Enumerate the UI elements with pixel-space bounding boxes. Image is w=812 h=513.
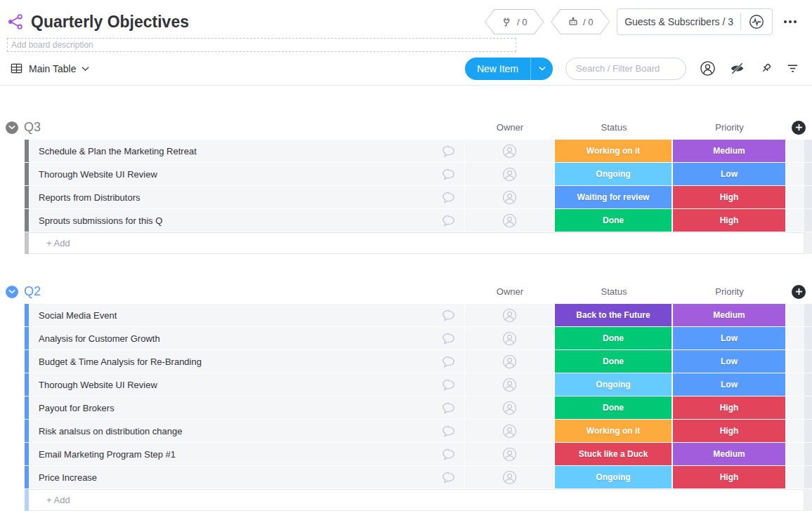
status-cell[interactable]: Working on it — [555, 420, 672, 442]
board-search[interactable] — [565, 58, 686, 80]
owner-cell[interactable] — [465, 186, 554, 208]
priority-cell[interactable]: High — [673, 397, 785, 419]
tab-main-table[interactable]: Main Table — [10, 62, 89, 75]
owner-cell[interactable] — [465, 327, 554, 349]
owner-cell[interactable] — [465, 397, 554, 419]
group-title[interactable]: Q3 — [24, 120, 41, 135]
item-name[interactable]: Sprouts submissions for this Q — [39, 215, 440, 226]
column-header-priority[interactable]: Priority — [673, 286, 786, 297]
status-cell[interactable]: Done — [555, 209, 672, 232]
add-item-row[interactable]: + Add — [25, 489, 812, 511]
status-cell[interactable]: Ongoing — [555, 373, 672, 396]
conversation-icon[interactable] — [440, 354, 464, 370]
collapse-group-icon[interactable] — [6, 121, 18, 134]
priority-cell[interactable]: Low — [673, 350, 785, 373]
status-cell[interactable]: Done — [555, 350, 672, 373]
share-icon[interactable] — [7, 13, 24, 30]
person-filter-icon[interactable] — [699, 60, 716, 77]
automations-badge[interactable]: / 0 — [551, 9, 610, 34]
priority-cell[interactable]: Medium — [673, 304, 785, 326]
owner-cell[interactable] — [465, 304, 554, 326]
status-cell[interactable]: Stuck like a Duck — [555, 443, 672, 465]
conversation-icon[interactable] — [440, 377, 464, 393]
item-name[interactable]: Schedule & Plan the Marketing Retreat — [39, 146, 440, 156]
item-name-cell[interactable]: Email Marketing Program Step #1 — [29, 443, 464, 465]
status-cell[interactable]: Done — [555, 327, 672, 349]
owner-cell[interactable] — [465, 420, 554, 442]
integrations-badge[interactable]: / 0 — [485, 9, 544, 34]
status-cell[interactable]: Ongoing — [555, 466, 672, 488]
priority-cell[interactable]: High — [673, 186, 785, 208]
conversation-icon[interactable] — [440, 166, 464, 182]
status-cell[interactable]: Back to the Future — [555, 304, 672, 326]
item-name-cell[interactable]: Risk analsus on distribution change — [29, 420, 464, 442]
priority-cell[interactable]: Medium — [673, 140, 785, 162]
add-item-label[interactable]: + Add — [46, 495, 70, 505]
item-name-cell[interactable]: Price Increase — [29, 466, 464, 488]
priority-cell[interactable]: High — [673, 466, 785, 488]
item-name[interactable]: Thorough Website UI Review — [39, 169, 440, 180]
priority-cell[interactable]: Medium — [673, 443, 785, 465]
priority-cell[interactable]: Low — [673, 163, 785, 185]
guests-subscribers-box[interactable]: Guests & Subscribers / 3 — [617, 8, 773, 35]
page-title[interactable]: Quarterly Objectives — [31, 13, 189, 32]
column-header-priority[interactable]: Priority — [673, 122, 786, 133]
item-name-cell[interactable]: Thorough Website UI Review — [29, 163, 464, 185]
status-cell[interactable]: Ongoing — [555, 163, 672, 185]
add-column-button[interactable] — [792, 285, 806, 299]
conversation-icon[interactable] — [440, 307, 464, 324]
new-item-button[interactable]: New Item — [465, 58, 553, 80]
item-name[interactable]: Price Increase — [39, 472, 440, 483]
priority-cell[interactable]: High — [673, 209, 785, 232]
conversation-icon[interactable] — [440, 423, 464, 439]
pin-icon[interactable] — [758, 61, 773, 76]
owner-cell[interactable] — [465, 140, 554, 162]
priority-cell[interactable]: Low — [673, 373, 785, 396]
item-name[interactable]: Risk analsus on distribution change — [39, 426, 440, 437]
more-options-icon[interactable] — [780, 20, 801, 23]
conversation-icon[interactable] — [440, 189, 464, 206]
item-name[interactable]: Thorough Website UI Review — [39, 380, 440, 390]
owner-cell[interactable] — [465, 350, 554, 373]
filter-icon[interactable] — [786, 62, 799, 75]
conversation-icon[interactable] — [440, 400, 464, 416]
new-item-label[interactable]: New Item — [465, 58, 530, 80]
column-header-status[interactable]: Status — [555, 122, 673, 133]
item-name[interactable]: Email Marketing Program Step #1 — [39, 449, 440, 460]
hidden-columns-icon[interactable] — [729, 60, 745, 76]
owner-cell[interactable] — [465, 209, 554, 232]
item-name-cell[interactable]: Reports from Distributors — [29, 186, 464, 208]
item-name[interactable]: Analysis for Customer Growth — [39, 333, 440, 344]
new-item-dropdown[interactable] — [530, 58, 553, 80]
item-name-cell[interactable]: Schedule & Plan the Marketing Retreat — [29, 140, 464, 162]
item-name-cell[interactable]: Payout for Brokers — [29, 397, 464, 419]
add-item-label[interactable]: + Add — [46, 238, 70, 248]
item-name[interactable]: Budget & Time Analysis for Re-Branding — [39, 357, 440, 367]
owner-cell[interactable] — [465, 373, 554, 396]
column-header-owner[interactable]: Owner — [465, 122, 555, 133]
board-description-input[interactable] — [11, 40, 512, 50]
group-title[interactable]: Q2 — [24, 284, 41, 299]
column-header-status[interactable]: Status — [555, 286, 673, 297]
conversation-icon[interactable] — [440, 469, 464, 486]
add-column-button[interactable] — [792, 121, 806, 135]
status-cell[interactable]: Waiting for review — [555, 186, 672, 208]
item-name[interactable]: Reports from Distributors — [39, 192, 440, 203]
collapse-group-icon[interactable] — [6, 286, 18, 298]
owner-cell[interactable] — [465, 163, 554, 185]
owner-cell[interactable] — [465, 466, 554, 488]
item-name[interactable]: Payout for Brokers — [39, 403, 440, 413]
item-name-cell[interactable]: Sprouts submissions for this Q — [29, 209, 464, 232]
status-cell[interactable]: Done — [555, 397, 672, 419]
conversation-icon[interactable] — [440, 143, 464, 159]
item-name[interactable]: Social Media Event — [39, 310, 440, 321]
item-name-cell[interactable]: Analysis for Customer Growth — [29, 327, 464, 349]
item-name-cell[interactable]: Thorough Website UI Review — [29, 373, 464, 396]
column-header-owner[interactable]: Owner — [465, 286, 555, 297]
add-item-row[interactable]: + Add — [25, 232, 812, 254]
conversation-icon[interactable] — [440, 446, 464, 462]
status-cell[interactable]: Working on it — [555, 140, 672, 162]
item-name-cell[interactable]: Budget & Time Analysis for Re-Branding — [29, 350, 464, 373]
priority-cell[interactable]: Low — [673, 327, 785, 349]
activity-icon[interactable] — [748, 13, 765, 30]
